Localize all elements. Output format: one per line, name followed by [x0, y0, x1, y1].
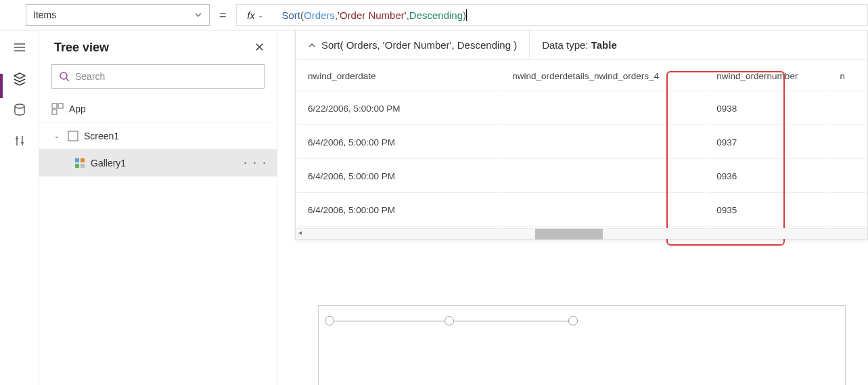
cell	[501, 160, 704, 193]
tree-view-icon[interactable]	[12, 71, 27, 86]
svg-rect-3	[58, 104, 63, 108]
svg-point-0	[15, 104, 24, 108]
more-actions-button[interactable]: · · ·	[244, 156, 267, 170]
svg-rect-9	[81, 164, 85, 168]
tree-item-app[interactable]: App	[39, 95, 277, 122]
formula-token-string: 'Order Number'	[338, 9, 407, 21]
cell	[501, 93, 704, 125]
tree-item-label: App	[69, 104, 86, 114]
resize-handle[interactable]	[444, 316, 454, 325]
chevron-down-icon: ⌄	[258, 12, 263, 19]
svg-rect-5	[68, 131, 78, 141]
table-row[interactable]: 6/4/2006, 5:00:00 PM 0936	[297, 160, 866, 193]
tree-item-screen[interactable]: ⌄ Screen1	[39, 122, 277, 150]
search-icon	[59, 71, 70, 82]
property-dropdown[interactable]: Items	[26, 4, 210, 26]
data-icon[interactable]	[12, 102, 27, 117]
active-indicator	[0, 74, 3, 98]
canvas-gallery-frame[interactable]	[318, 305, 846, 385]
tools-icon[interactable]	[12, 133, 27, 148]
result-summary-text: Sort( Orders, 'Order Number', Descending…	[321, 39, 517, 51]
main-area: Sort( Orders, 'Order Number', Descending…	[277, 30, 868, 385]
tree-item-label: Gallery1	[91, 158, 126, 168]
svg-rect-6	[75, 158, 79, 162]
data-type-label: Data type: Table	[530, 39, 629, 51]
tree-item-label: Screen1	[84, 131, 119, 141]
column-header[interactable]: nwind_orderdetails_nwind_orders_4	[501, 62, 704, 91]
table-header-row: nwind_orderdate nwind_orderdetails_nwind…	[297, 62, 866, 91]
screen-icon	[68, 131, 78, 141]
gallery-icon	[74, 158, 85, 168]
svg-rect-2	[52, 104, 57, 108]
search-placeholder: Search	[75, 71, 105, 82]
result-summary[interactable]: Sort( Orders, 'Order Number', Descending…	[296, 30, 530, 60]
resize-handle[interactable]	[568, 316, 578, 325]
table-row[interactable]: 6/4/2006, 5:00:00 PM 0937	[297, 127, 866, 159]
formula-token-fn: Sort	[282, 9, 301, 21]
svg-point-1	[60, 72, 67, 79]
horizontal-scrollbar[interactable]: ◂	[296, 228, 867, 239]
table-row[interactable]: 6/4/2006, 5:00:00 PM 0935	[297, 194, 866, 227]
cell: 6/22/2006, 5:00:00 PM	[297, 93, 500, 125]
fx-label: fx	[247, 9, 255, 21]
chevron-up-icon[interactable]	[308, 41, 316, 49]
cell: 0936	[706, 160, 827, 193]
cell	[501, 127, 704, 159]
column-header[interactable]: n	[829, 62, 866, 91]
scrollbar-thumb[interactable]	[535, 229, 603, 240]
column-header[interactable]: nwind_orderdate	[297, 62, 500, 91]
fx-dropdown[interactable]: fx ⌄	[236, 4, 274, 26]
cell: 6/4/2006, 5:00:00 PM	[297, 127, 500, 159]
left-rail	[0, 30, 39, 385]
cell: 6/4/2006, 5:00:00 PM	[297, 160, 500, 193]
table-row[interactable]: 6/22/2006, 5:00:00 PM 0938	[297, 93, 866, 125]
search-input[interactable]: Search	[51, 64, 265, 89]
close-icon[interactable]: ✕	[254, 40, 265, 55]
tree-item-gallery[interactable]: Gallery1 · · ·	[39, 150, 277, 177]
svg-rect-7	[81, 158, 85, 162]
cell: 0937	[706, 127, 827, 159]
resize-handle[interactable]	[325, 316, 334, 325]
cell: 0938	[706, 93, 827, 125]
property-value: Items	[33, 9, 56, 20]
result-table: nwind_orderdate nwind_orderdetails_nwind…	[296, 60, 867, 228]
formula-token-keyword: Descending	[409, 9, 463, 21]
chevron-down-icon	[194, 11, 202, 19]
chevron-down-icon[interactable]: ⌄	[54, 132, 62, 139]
hamburger-icon[interactable]	[12, 40, 27, 55]
text-cursor	[466, 9, 467, 21]
svg-rect-8	[75, 164, 79, 168]
scroll-left-arrow[interactable]: ◂	[298, 229, 302, 236]
formula-token-id: Orders	[304, 9, 335, 21]
column-header[interactable]: nwind_ordernumber	[706, 62, 827, 91]
formula-result-popup: Sort( Orders, 'Order Number', Descending…	[295, 30, 868, 240]
cell	[501, 194, 704, 227]
app-icon	[51, 103, 64, 115]
svg-rect-4	[52, 110, 57, 114]
equals-label: =	[219, 8, 227, 22]
formula-bar[interactable]: Sort ( Orders , 'Order Number' , Descend…	[274, 4, 868, 26]
cell: 0935	[706, 194, 827, 227]
tree-view-panel: Tree view ✕ Search App ⌄ Screen1 Gallery…	[39, 30, 277, 385]
panel-title: Tree view	[54, 41, 109, 55]
cell: 6/4/2006, 5:00:00 PM	[297, 194, 500, 227]
top-bar: Items = fx ⌄ Sort ( Orders , 'Order Numb…	[0, 0, 868, 30]
